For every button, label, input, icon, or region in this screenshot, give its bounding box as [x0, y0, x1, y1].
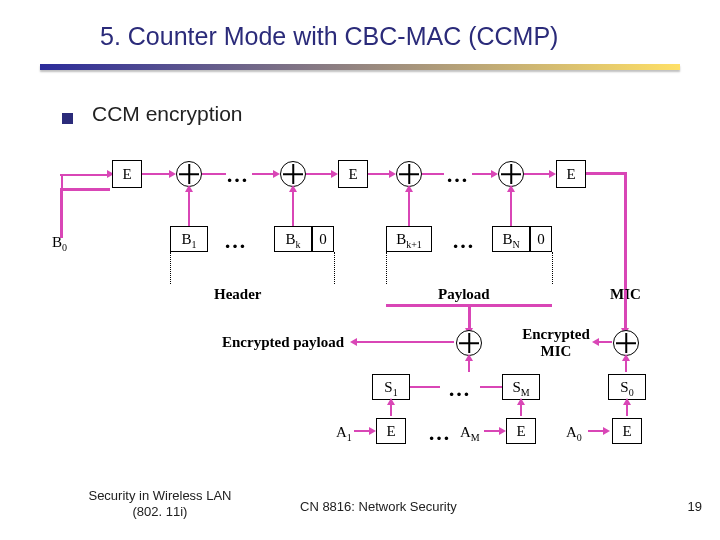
node-zero-1: 0 [312, 226, 334, 252]
ellipsis-mid-2: … [452, 228, 475, 254]
footer-center: CN 8816: Network Security [300, 499, 457, 514]
xor-payload [456, 330, 482, 356]
xor-2 [280, 161, 306, 187]
xor-3 [396, 161, 422, 187]
node-s0: S0 [608, 374, 646, 400]
node-a0: A0 [566, 424, 582, 443]
title-underline [40, 64, 680, 70]
node-e-am: E [506, 418, 536, 444]
node-bk: Bk [274, 226, 312, 252]
node-e-a1: E [376, 418, 406, 444]
ellipsis-s: … [448, 376, 471, 402]
node-e2: E [338, 160, 368, 188]
node-e-a0: E [612, 418, 642, 444]
node-bk1: Bk+1 [386, 226, 432, 252]
node-e3: E [556, 160, 586, 188]
page-number: 19 [688, 499, 702, 514]
bullet-icon [62, 113, 73, 124]
label-encmic: EncryptedMIC [516, 326, 596, 359]
footer-left: Security in Wireless LAN(802. 11i) [70, 488, 250, 521]
label-header: Header [214, 286, 261, 303]
bullet-text: CCM encryption [92, 102, 243, 126]
xor-4 [498, 161, 524, 187]
ellipsis-top-2: … [446, 162, 469, 188]
node-sm: SM [502, 374, 540, 400]
node-b1: B1 [170, 226, 208, 252]
label-payload: Payload [438, 286, 490, 303]
ellipsis-mid-1: … [224, 228, 247, 254]
node-b0: B0 [52, 234, 67, 253]
node-a1: A1 [336, 424, 352, 443]
xor-mic [613, 330, 639, 356]
ellipsis-top-1: … [226, 162, 249, 188]
page-title: 5. Counter Mode with CBC-MAC (CCMP) [100, 22, 558, 51]
label-encpayload: Encrypted payload [222, 334, 344, 351]
node-zero-2: 0 [530, 226, 552, 252]
node-s1: S1 [372, 374, 410, 400]
node-am: AM [460, 424, 480, 443]
node-e1: E [112, 160, 142, 188]
xor-1 [176, 161, 202, 187]
node-bn: BN [492, 226, 530, 252]
ellipsis-a: … [428, 420, 451, 446]
